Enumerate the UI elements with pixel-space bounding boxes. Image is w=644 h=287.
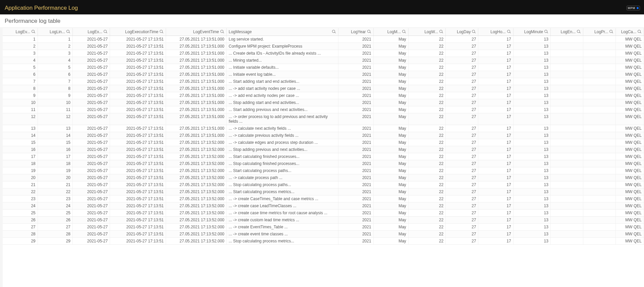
product-badge-label: MPM (628, 6, 636, 10)
section-title: Performance log table (0, 14, 644, 27)
app-header: Application Performance Log MPM (0, 2, 644, 14)
app-title: Application Performance Log (5, 5, 78, 11)
status-dot-icon (637, 7, 639, 9)
product-badge[interactable]: MPM (627, 6, 640, 10)
header-right: MPM (627, 6, 640, 10)
